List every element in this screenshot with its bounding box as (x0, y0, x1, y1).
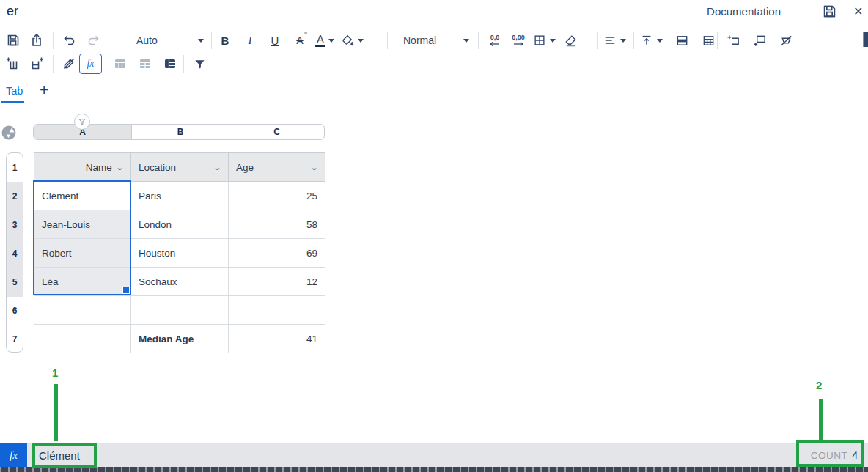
split-cells-button[interactable] (698, 30, 718, 51)
cell-b2[interactable]: Paris (131, 182, 229, 210)
bold-button[interactable]: B (216, 34, 235, 47)
disable-edit-button[interactable] (59, 54, 79, 74)
chevron-down-icon (620, 39, 626, 43)
row-header[interactable]: 7 (7, 325, 23, 353)
formula-button[interactable]: fx (79, 54, 102, 74)
row-header[interactable]: 3 (7, 210, 23, 239)
column-menu-chevron-icon[interactable]: ⌄ (115, 163, 124, 172)
cell-c7[interactable]: 41 (229, 325, 326, 353)
tab-bar: Tab + (0, 82, 868, 104)
merge-cells-button[interactable] (672, 30, 692, 51)
table-style-left-column-button[interactable] (160, 54, 180, 74)
formula-mode-badge[interactable]: fx (0, 443, 27, 467)
title-bar-right: Documentation ✕ (707, 4, 865, 19)
annotation-1-line (54, 384, 58, 441)
italic-button[interactable]: I (240, 34, 260, 47)
decrease-decimals-button[interactable]: 0,0 (485, 34, 504, 47)
add-tab-button[interactable]: + (40, 81, 48, 99)
share-button[interactable] (26, 30, 47, 51)
cell-b4[interactable]: Houston (131, 239, 229, 268)
table-style-header-row-button[interactable] (110, 54, 130, 74)
cell-b6[interactable] (131, 296, 229, 325)
borders-button[interactable] (532, 29, 556, 51)
cell-b5[interactable]: Sochaux (131, 268, 229, 296)
cell-b1[interactable]: Location ⌄ (131, 153, 229, 182)
column-filter-badge[interactable] (74, 114, 90, 130)
row-header[interactable]: 5 (7, 268, 23, 296)
cell-a2[interactable]: Clément (34, 182, 131, 210)
cell-c6[interactable] (229, 296, 326, 325)
chevron-down-icon (657, 39, 663, 43)
horizontal-align-button[interactable] (603, 29, 626, 51)
font-size-select[interactable]: Auto (136, 29, 204, 51)
column-menu-chevron-icon[interactable]: ⌄ (309, 163, 318, 172)
clear-cells-button[interactable] (776, 30, 796, 51)
insert-row-button[interactable] (3, 54, 23, 74)
active-tab-underline (1, 101, 24, 103)
redo-button[interactable] (84, 30, 104, 51)
clear-format-button[interactable] (560, 30, 581, 51)
row-header[interactable]: 6 (7, 296, 23, 325)
filter-button[interactable] (189, 54, 210, 74)
cell-c4[interactable]: 69 (229, 239, 326, 268)
toolbar-overflow-icon[interactable] (863, 32, 868, 47)
cell-c5[interactable]: 12 (229, 268, 326, 296)
toolbar-divider (211, 32, 212, 49)
toolbar-divider (597, 32, 598, 49)
column-header-c[interactable]: C (229, 125, 324, 139)
save-button[interactable] (3, 30, 23, 51)
toolbar-divider (633, 32, 634, 49)
documentation-link[interactable]: Documentation (707, 5, 781, 18)
fill-bucket-icon (340, 30, 355, 51)
row-header-strip: 1 2 3 4 5 6 7 (6, 152, 23, 353)
cell-a7[interactable] (34, 325, 131, 353)
cell-c1[interactable]: Age ⌄ (229, 153, 326, 182)
chevron-down-icon (463, 39, 469, 43)
fill-handle[interactable] (122, 287, 130, 294)
cell-b7[interactable]: Median Age (131, 325, 229, 353)
underline-button[interactable]: U (265, 34, 284, 47)
cell-a1[interactable]: Name ⌄ (34, 153, 131, 182)
toolbar-divider (853, 32, 853, 49)
insert-cells-below-button[interactable] (749, 30, 770, 51)
cell-b3[interactable]: London (131, 210, 229, 239)
vertical-align-button[interactable] (639, 29, 663, 51)
close-icon[interactable]: ✕ (853, 4, 865, 18)
insert-column-button[interactable] (26, 54, 47, 74)
text-color-button[interactable]: A (315, 29, 334, 51)
select-all-button[interactable] (1, 125, 16, 140)
bottom-cropped-panel (0, 467, 868, 472)
column-menu-chevron-icon[interactable]: ⌄ (213, 163, 221, 172)
cell-a3[interactable]: Jean-Louis (34, 210, 131, 239)
cell-c2[interactable]: 25 (229, 182, 326, 210)
status-bar: fx Clément COUNT 4 (0, 443, 868, 467)
row-header[interactable]: 4 (7, 239, 23, 268)
sheet-tab[interactable]: Tab (6, 85, 23, 97)
cell-style-select[interactable]: Normal (403, 29, 469, 51)
column-header-b[interactable]: B (131, 125, 229, 139)
aggregate-selector[interactable]: COUNT 4 (811, 449, 858, 461)
toolbar-divider (478, 32, 479, 49)
cell-c3[interactable]: 58 (229, 210, 326, 239)
insert-cells-left-button[interactable] (723, 30, 743, 51)
increase-decimals-button[interactable]: 0,00 (509, 34, 528, 47)
annotation-2-label: 2 (816, 379, 822, 391)
count-label: COUNT (811, 450, 848, 461)
cell-a5[interactable]: Léa (34, 268, 131, 296)
count-value: 4 (852, 449, 858, 461)
row-header[interactable]: 1 (7, 153, 23, 182)
active-cell-value: Clément (39, 449, 80, 462)
strikethrough-button[interactable]: A ° (290, 34, 309, 47)
chevron-down-icon (358, 39, 364, 43)
spreadsheet-app: er Documentation ✕ (0, 0, 868, 472)
title-bar: er Documentation ✕ (0, 0, 868, 23)
fill-color-button[interactable] (340, 29, 364, 51)
align-top-icon (639, 30, 654, 51)
undo-button[interactable] (59, 30, 79, 51)
row-header[interactable]: 2 (7, 182, 23, 210)
toolbar-divider (717, 32, 718, 49)
save-document-icon[interactable] (822, 4, 837, 19)
cell-a6[interactable] (34, 296, 131, 325)
table-style-banded-button[interactable] (135, 54, 155, 74)
cell-a4[interactable]: Robert (34, 239, 131, 268)
